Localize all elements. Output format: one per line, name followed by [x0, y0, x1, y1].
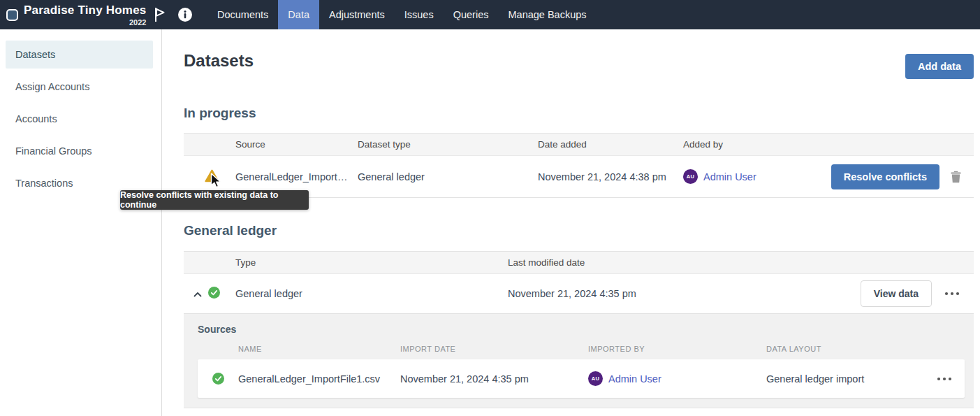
- general-ledger-row: General ledger November 21, 2024 4:35 pm…: [184, 274, 974, 313]
- col-name: NAME: [238, 345, 400, 353]
- nav-item-documents[interactable]: Documents: [207, 0, 278, 29]
- avatar: AU: [683, 169, 698, 184]
- in-progress-table-header: Source Dataset type Date added Added by: [184, 134, 974, 156]
- source-row: GeneralLedger_ImportFile1.csv November 2…: [198, 359, 965, 398]
- sources-panel: Sources NAME IMPORT DATE IMPORTED BY DAT…: [184, 313, 974, 408]
- nav-item-manage-backups[interactable]: Manage Backups: [498, 0, 596, 29]
- date-added-value: November 21, 2024 4:38 pm: [538, 171, 683, 182]
- trash-icon[interactable]: [951, 171, 961, 183]
- source-file-name: GeneralLedger_ImportFile1.csv: [238, 373, 400, 385]
- sidebar-item-financial-groups[interactable]: Financial Groups: [6, 137, 153, 165]
- app-logo-icon: [6, 9, 18, 21]
- brand-title: Paradise Tiny Homes: [24, 3, 146, 17]
- brand: Paradise Tiny Homes 2022: [0, 0, 143, 29]
- sidebar: Datasets Assign Accounts Accounts Financ…: [0, 29, 162, 416]
- gl-type-value: General ledger: [235, 288, 508, 299]
- source-import-date: November 21, 2024 4:35 pm: [400, 373, 588, 385]
- more-options-icon[interactable]: [937, 377, 965, 381]
- source-data-layout: General ledger import: [766, 373, 937, 385]
- col-type: Type: [235, 257, 508, 268]
- general-ledger-heading: General ledger: [184, 223, 974, 238]
- brand-year: 2022: [129, 18, 146, 27]
- main-nav: Documents Data Adjustments Issues Querie…: [207, 0, 597, 29]
- col-date-added: Date added: [538, 139, 683, 150]
- sources-heading: Sources: [198, 324, 965, 335]
- sidebar-item-datasets[interactable]: Datasets: [6, 41, 153, 69]
- dataset-type-value: General ledger: [358, 171, 538, 182]
- info-icon[interactable]: [178, 8, 192, 22]
- in-progress-heading: In progress: [184, 106, 974, 121]
- col-added-by: Added by: [683, 139, 974, 150]
- add-data-button[interactable]: Add data: [905, 54, 974, 79]
- success-check-icon: [198, 373, 238, 385]
- col-last-modified: Last modified date: [508, 257, 974, 268]
- page-title: Datasets: [184, 51, 254, 71]
- success-check-icon: [208, 287, 220, 301]
- sidebar-item-accounts[interactable]: Accounts: [6, 105, 153, 133]
- main-content: Datasets Add data In progress Source Dat…: [163, 29, 980, 416]
- col-dataset-type: Dataset type: [358, 139, 538, 150]
- nav-item-queries[interactable]: Queries: [444, 0, 499, 29]
- gl-last-modified-value: November 21, 2024 4:35 pm: [508, 288, 861, 299]
- col-source: Source: [235, 139, 358, 150]
- flag-icon[interactable]: [152, 6, 167, 23]
- general-ledger-table-header: Type Last modified date: [184, 252, 974, 274]
- source-name: GeneralLedger_Import…: [235, 171, 358, 182]
- top-bar: Paradise Tiny Homes 2022 Documents Data …: [0, 0, 980, 29]
- chevron-up-icon[interactable]: [193, 288, 202, 299]
- in-progress-table: Source Dataset type Date added Added by …: [184, 133, 974, 198]
- nav-item-issues[interactable]: Issues: [395, 0, 444, 29]
- avatar: AU: [588, 371, 603, 386]
- warning-icon[interactable]: [205, 169, 219, 185]
- sidebar-item-assign-accounts[interactable]: Assign Accounts: [6, 73, 153, 101]
- col-import-date: IMPORT DATE: [400, 345, 588, 353]
- sources-table-header: NAME IMPORT DATE IMPORTED BY DATA LAYOUT: [198, 340, 965, 357]
- tooltip: Resolve conflicts with existing data to …: [120, 190, 309, 210]
- view-data-button[interactable]: View data: [861, 280, 932, 307]
- general-ledger-table: Type Last modified date General ledger N…: [184, 251, 974, 408]
- more-options-icon[interactable]: [944, 292, 960, 296]
- imported-by-user-link[interactable]: Admin User: [608, 373, 661, 385]
- nav-item-adjustments[interactable]: Adjustments: [319, 0, 395, 29]
- col-data-layout: DATA LAYOUT: [766, 345, 937, 353]
- added-by-user-link[interactable]: Admin User: [703, 171, 756, 182]
- col-imported-by: IMPORTED BY: [588, 345, 766, 353]
- nav-item-data[interactable]: Data: [278, 0, 319, 29]
- resolve-conflicts-button[interactable]: Resolve conflicts: [831, 164, 939, 189]
